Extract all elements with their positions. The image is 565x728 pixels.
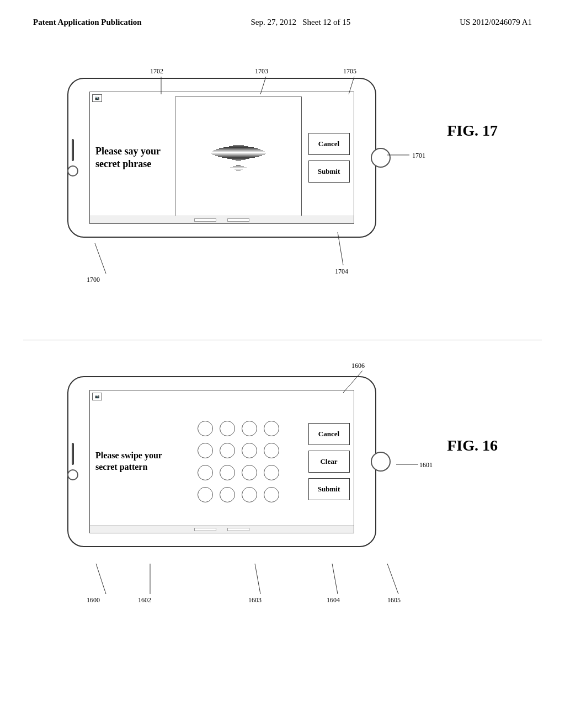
- wl7: [212, 152, 265, 152]
- wl3: [223, 147, 254, 148]
- fig16-screen-content: Please swipe your secret pattern: [90, 390, 354, 533]
- svg-line-0: [95, 243, 106, 274]
- circle-5[interactable]: [198, 443, 213, 458]
- wl6: [214, 151, 263, 151]
- circle-8[interactable]: [264, 443, 279, 458]
- fig17-waveform-panel: [175, 97, 302, 219]
- svg-text:1602: 1602: [138, 596, 151, 604]
- svg-text:1601: 1601: [419, 461, 433, 469]
- circle-9[interactable]: [198, 465, 213, 480]
- fig17-circle-btn[interactable]: [67, 165, 78, 176]
- svg-line-18: [332, 564, 338, 594]
- fig16-circle-grid: [192, 415, 285, 508]
- wl13: [227, 158, 249, 159]
- fig17-device: 📷 Please say your secret phrase: [67, 78, 376, 238]
- wl11: [218, 156, 259, 157]
- circle-6[interactable]: [220, 443, 235, 458]
- fig16-grid-panel: [173, 390, 304, 533]
- fig16-wrapper: 📷 Please swipe your secret pattern: [56, 349, 509, 657]
- circle-13[interactable]: [198, 487, 213, 502]
- fig17-waveform: [211, 145, 266, 170]
- svg-text:1603: 1603: [248, 596, 262, 604]
- fig17-right-btns: Cancel Submit: [304, 92, 354, 223]
- fig17-submit-button[interactable]: Submit: [308, 160, 350, 183]
- circle-10[interactable]: [220, 465, 235, 480]
- wl14: [232, 159, 246, 160]
- circle-11[interactable]: [242, 465, 257, 480]
- circle-14[interactable]: [220, 487, 235, 502]
- fig16-text-panel: Please swipe your secret pattern: [90, 390, 173, 533]
- fig16-label: FIG. 16: [447, 437, 498, 454]
- date-sheet: Sep. 27, 2012 Sheet 12 of 15: [251, 17, 351, 28]
- wl20: [236, 170, 241, 170]
- circle-12[interactable]: [264, 465, 279, 480]
- wl15: [236, 160, 241, 161]
- fig17-home-button[interactable]: [371, 148, 391, 168]
- svg-text:1703: 1703: [255, 67, 268, 75]
- circle-15[interactable]: [242, 487, 257, 502]
- svg-text:1704: 1704: [335, 267, 348, 275]
- svg-text:1606: 1606: [351, 362, 365, 370]
- fig16-circle-btn[interactable]: [67, 469, 78, 480]
- wl9: [212, 154, 265, 154]
- svg-line-16: [255, 564, 260, 594]
- wl16: [236, 165, 241, 166]
- wl10: [215, 155, 262, 156]
- fig16-right-controls: [371, 452, 391, 472]
- svg-text:1705: 1705: [343, 67, 356, 75]
- circle-16[interactable]: [264, 487, 279, 502]
- fig16-volume-btn[interactable]: [72, 443, 74, 465]
- wl19: [234, 169, 243, 169]
- svg-text:1600: 1600: [87, 596, 100, 604]
- wl5: [216, 149, 260, 150]
- wl1: [233, 145, 244, 146]
- fig16-right-btns: Cancel Clear Submit: [304, 390, 354, 533]
- fig17-bar-seg1: [194, 218, 216, 222]
- fig16-camera-icon: 📷: [92, 393, 102, 400]
- fig16-home-button[interactable]: [371, 452, 391, 472]
- fig17-cancel-button[interactable]: Cancel: [308, 133, 350, 155]
- svg-text:1700: 1700: [87, 276, 100, 283]
- svg-text:1605: 1605: [387, 596, 401, 604]
- circle-7[interactable]: [242, 443, 257, 458]
- fig17-bar-seg2: [227, 218, 249, 222]
- svg-line-20: [387, 564, 398, 594]
- patent-number: US 2012/0246079 A1: [460, 17, 532, 28]
- fig16-screen: 📷 Please swipe your secret pattern: [89, 390, 354, 533]
- fig17-screen-content: Please say your secret phrase: [90, 92, 354, 223]
- wl18: [230, 168, 247, 168]
- wl2: [229, 146, 248, 147]
- circle-3[interactable]: [242, 421, 257, 436]
- fig16-submit-button[interactable]: Submit: [308, 478, 350, 500]
- fig17-phone: 📷 Please say your secret phrase: [67, 78, 376, 238]
- fig16-clear-button[interactable]: Clear: [308, 451, 350, 473]
- fig17-screen: 📷 Please say your secret phrase: [89, 92, 354, 224]
- circle-2[interactable]: [220, 421, 235, 436]
- fig17-label: FIG. 17: [447, 122, 498, 140]
- fig17-right-controls: [371, 148, 391, 168]
- svg-text:1604: 1604: [327, 596, 340, 604]
- fig16-device: 📷 Please swipe your secret pattern: [67, 376, 376, 547]
- wl17: [233, 167, 244, 167]
- fig16-cancel-button[interactable]: Cancel: [308, 423, 350, 445]
- publication-title: Patent Application Publication: [33, 17, 142, 28]
- wl8: [211, 153, 266, 153]
- fig17-text-panel: Please say your secret phrase: [90, 92, 173, 223]
- fig17-volume-btn[interactable]: [72, 139, 74, 161]
- fig16-bar-seg2: [227, 528, 249, 531]
- fig16-phone: 📷 Please swipe your secret pattern: [67, 376, 376, 547]
- circle-4[interactable]: [264, 421, 279, 436]
- svg-text:1701: 1701: [412, 152, 425, 159]
- fig16-bar-seg1: [194, 528, 216, 531]
- section-divider: [23, 340, 542, 340]
- wl4: [219, 148, 258, 149]
- fig16-left-controls: [67, 443, 78, 480]
- circle-1[interactable]: [198, 421, 213, 436]
- svg-text:1702: 1702: [150, 67, 163, 75]
- fig17-bottom-bar: [90, 216, 354, 223]
- fig17-left-controls: [67, 139, 78, 176]
- wl12: [222, 157, 255, 158]
- fig16-bottom-bar: [90, 525, 354, 533]
- svg-line-12: [96, 564, 106, 594]
- fig17-camera-icon: 📷: [92, 94, 102, 102]
